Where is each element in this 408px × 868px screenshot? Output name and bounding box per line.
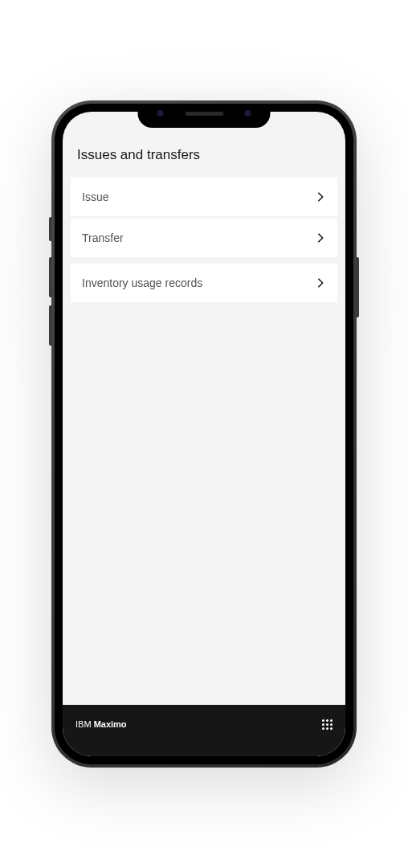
brand-prefix: IBM [75,719,94,729]
power-button [357,257,359,317]
chevron-right-icon [315,232,326,244]
camera-icon [157,110,164,117]
brand-label: IBM Maximo [75,719,127,729]
brand-name: Maximo [94,719,127,729]
menu-group-1: Issue Transfer [71,178,337,257]
menu-item-label: Issue [82,190,108,203]
phone-device-frame: Issues and transfers Issue [51,100,357,768]
page-title: Issues and transfers [77,147,331,163]
chevron-right-icon [315,191,326,203]
menu-item-label: Inventory usage records [82,276,202,289]
app-screen: Issues and transfers Issue [63,112,345,756]
menu-item-label: Transfer [82,231,124,244]
menu-item-issue[interactable]: Issue [71,178,337,216]
camera-icon [245,110,251,117]
menu-list: Issue Transfer [63,178,345,302]
page-header: Issues and transfers [63,147,345,178]
phone-notch [138,104,271,128]
app-grid-icon[interactable] [322,719,333,730]
menu-group-2: Inventory usage records [71,264,337,302]
speaker-icon [185,112,223,116]
app-footer: IBM Maximo [63,705,345,756]
content-area: Issues and transfers Issue [63,112,345,705]
menu-item-transfer[interactable]: Transfer [71,219,337,257]
menu-item-inventory-usage-records[interactable]: Inventory usage records [71,264,337,302]
chevron-right-icon [315,277,326,289]
